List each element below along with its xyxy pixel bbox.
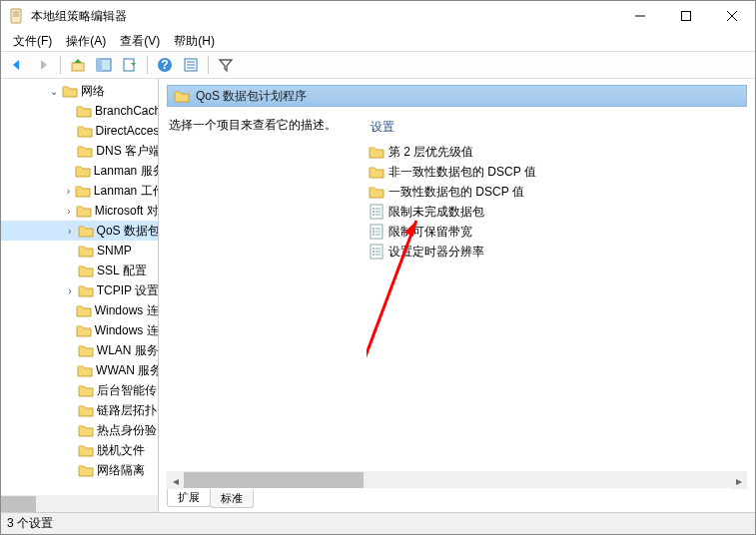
tree-item[interactable]: DirectAccess [1,121,158,141]
tree-item[interactable]: Windows 连接 [1,320,158,340]
list-pane: 设置 第 2 层优先级值非一致性数据包的 DSCP 值一致性数据包的 DSCP … [367,111,747,469]
maximize-button[interactable] [663,1,709,31]
tree-item[interactable]: WLAN 服务 [1,340,158,360]
column-header-setting[interactable]: 设置 [367,115,747,142]
tree-item[interactable]: ›TCPIP 设置 [1,280,158,300]
folder-icon [76,322,92,338]
menu-view[interactable]: 查看(V) [114,32,166,51]
expander-empty [63,363,76,377]
tree-item[interactable]: DNS 客户端 [1,141,158,161]
tree-item-label: DNS 客户端 [96,143,158,160]
list-item[interactable]: 限制可保留带宽 [367,222,747,242]
chevron-right-icon[interactable]: › [63,283,77,297]
tree-item[interactable]: WWAN 服务 [1,360,158,380]
folder-icon [78,462,94,478]
filter-button[interactable] [214,54,238,76]
tree-item[interactable]: Windows 连接 [1,300,158,320]
tree-scroll[interactable]: ⌄网络BranchCacheDirectAccessDNS 客户端Lanman … [1,79,158,495]
tree-item[interactable]: Lanman 服务器 [1,161,158,181]
tree-horizontal-scrollbar[interactable] [1,495,158,512]
expander-empty [63,403,77,417]
help-button[interactable]: ? [153,54,177,76]
tree-item-label: Microsoft 对等 [95,203,158,220]
tree-item[interactable]: 链路层拓扑 [1,400,158,420]
folder-icon [76,203,92,219]
tree-item[interactable]: ›Microsoft 对等 [1,201,158,221]
list-item[interactable]: 限制未完成数据包 [367,202,747,222]
menu-help[interactable]: 帮助(H) [168,32,221,51]
scrollbar-thumb[interactable] [1,496,36,512]
list-item[interactable]: 设置定时器分辨率 [367,242,747,262]
tree-item-label: 后台智能传 [97,382,157,399]
tree-item-label: Lanman 工作站 [94,183,158,200]
chevron-right-icon[interactable]: › [63,204,75,218]
tree-item[interactable]: BranchCache [1,101,158,121]
expander-empty [63,443,77,457]
expander-empty [63,303,75,317]
svg-rect-5 [682,12,691,21]
tree-item[interactable]: 热点身份验 [1,420,158,440]
folder-icon [77,143,93,159]
up-button[interactable] [66,54,90,76]
list-item-label: 限制未完成数据包 [388,204,484,221]
tree-item-root[interactable]: ⌄网络 [1,81,158,101]
forward-button[interactable] [31,54,55,76]
list-item[interactable]: 一致性数据包的 DSCP 值 [367,182,747,202]
minimize-button[interactable] [617,1,663,31]
scroll-right-arrow[interactable]: ▸ [730,472,747,489]
tree-item-label: DirectAccess [96,124,159,138]
menu-action[interactable]: 操作(A) [60,32,112,51]
folder-icon [78,243,94,259]
folder-icon [76,302,92,318]
expander-empty [63,244,77,258]
expander-empty [63,144,76,158]
tab-extended[interactable]: 扩展 [167,489,211,507]
tree-item[interactable]: 脱机文件 [1,440,158,460]
tree-item[interactable]: 网络隔离 [1,460,158,480]
toolbar-separator [147,56,148,74]
chevron-down-icon[interactable]: ⌄ [47,84,61,98]
show-hide-tree-button[interactable] [92,54,116,76]
list-horizontal-scrollbar[interactable]: ◂ ▸ [167,471,747,488]
folder-icon [77,362,93,378]
scrollbar-thumb[interactable] [184,472,364,488]
folder-icon [369,184,384,200]
back-button[interactable] [5,54,29,76]
expander-empty [63,463,77,477]
tab-standard[interactable]: 标准 [210,490,254,508]
tree-item-label: 网络隔离 [97,462,145,479]
tree-item-label: QoS 数据包 [97,223,158,240]
scroll-left-arrow[interactable]: ◂ [167,472,184,489]
chevron-right-icon[interactable]: › [63,184,74,198]
content-header: QoS 数据包计划程序 [167,85,747,107]
list-item[interactable]: 第 2 层优先级值 [367,142,747,162]
tree-item[interactable]: 后台智能传 [1,380,158,400]
description-pane: 选择一个项目来查看它的描述。 [167,111,367,469]
tree-item-label: 网络 [81,83,105,100]
export-list-button[interactable] [118,54,142,76]
expander-empty [63,264,77,277]
tree-item[interactable]: SSL 配置 [1,261,158,280]
toolbar: ? [1,51,755,79]
folder-icon [369,144,384,160]
tree-item-label: WLAN 服务 [97,342,158,359]
app-icon [9,8,25,24]
expander-empty [63,164,74,178]
svg-point-35 [373,251,375,253]
tree-item[interactable]: ›Lanman 工作站 [1,181,158,201]
properties-button[interactable] [179,54,203,76]
tree-item-label: 链路层拓扑 [97,402,157,419]
svg-rect-11 [124,59,134,71]
folder-icon [369,164,384,180]
tree-item[interactable]: ›QoS 数据包 [1,221,158,241]
close-button[interactable] [709,1,755,31]
tree-item[interactable]: SNMP [1,241,158,261]
menu-file[interactable]: 文件(F) [7,32,58,51]
folder-icon [78,402,94,418]
tabs: 扩展 标准 [167,488,747,508]
tree-item-label: Windows 连接 [95,322,158,339]
folder-icon [75,183,91,199]
list-item[interactable]: 非一致性数据包的 DSCP 值 [367,162,747,182]
folder-icon [78,382,94,398]
chevron-right-icon[interactable]: › [63,224,77,238]
